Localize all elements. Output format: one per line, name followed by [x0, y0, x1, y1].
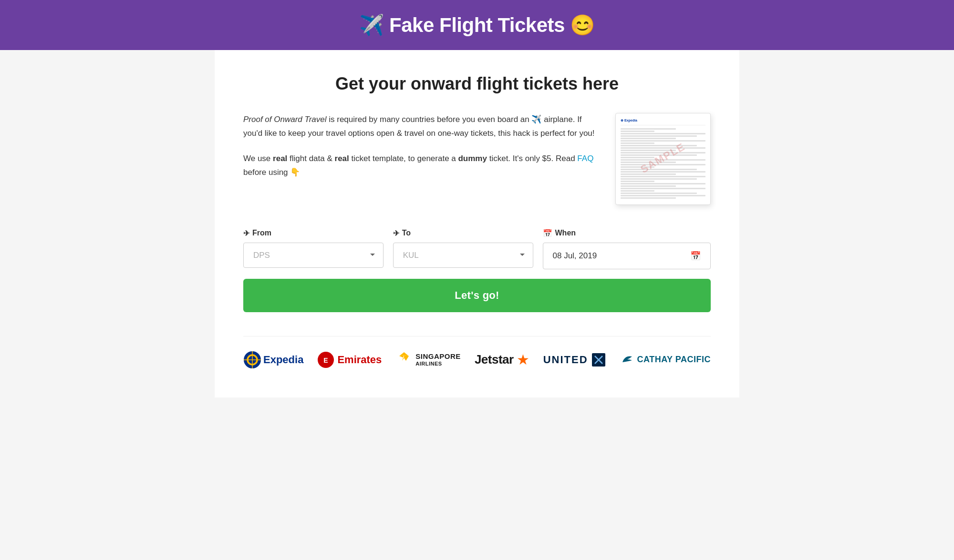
ticket-expedia-logo: ⊕ Expedia [621, 118, 637, 123]
cathay-pacific-logo: CATHAY PACIFIC [620, 353, 711, 367]
ticket-line [621, 197, 676, 199]
singapore-airlines-text: AIRLINES [415, 361, 461, 367]
ticket-line [621, 169, 697, 170]
when-field-group: 📅 When 📅 [543, 229, 711, 269]
ticket-line [621, 190, 654, 192]
description-text: Proof of Onward Travel is required by ma… [243, 113, 596, 205]
ticket-line [621, 150, 676, 151]
to-plane-icon: ✈ [393, 229, 399, 238]
proof-of-onward-travel: Proof of Onward Travel [243, 115, 326, 124]
svg-text:E: E [324, 356, 328, 364]
page-header: ✈️ Fake Flight Tickets 😊 [0, 0, 954, 50]
ticket-line [621, 162, 676, 163]
to-label-text: To [402, 229, 411, 237]
ticket-line [621, 185, 676, 187]
to-field-group: ✈ To KUL [393, 229, 533, 269]
united-icon [591, 352, 606, 367]
to-label: ✈ To [393, 229, 533, 238]
main-content: Get your onward flight tickets here Proo… [215, 50, 739, 397]
sample-ticket-inner: ⊕ Expedia [621, 118, 705, 199]
ticket-line [621, 166, 654, 168]
site-title: ✈️ Fake Flight Tickets 😊 [10, 13, 944, 37]
ticket-line [621, 145, 697, 146]
jetstar-logo: Jetstar ★ [475, 351, 529, 368]
from-select[interactable]: DPS [243, 243, 384, 268]
ticket-line [621, 140, 705, 142]
ticket-line [621, 143, 654, 144]
ticket-header: ⊕ Expedia [621, 118, 705, 125]
ticket-line [621, 147, 705, 149]
real-text-2: real [335, 154, 349, 163]
submit-button[interactable]: Let's go! [243, 279, 711, 312]
svg-marker-8 [399, 355, 404, 361]
smile-emoji: 😊 [570, 14, 595, 36]
ticket-line [621, 159, 705, 161]
ticket-line [621, 171, 705, 173]
faq-link[interactable]: FAQ [577, 154, 593, 163]
before-using-text: before using 👇 [243, 168, 300, 177]
ticket-line [621, 164, 705, 165]
emirates-icon: E [317, 351, 334, 368]
description-paragraph-1: Proof of Onward Travel is required by ma… [243, 113, 596, 141]
singapore-airlines-logo: SINGAPORE AIRLINES [395, 351, 461, 368]
singapore-bird-icon [395, 351, 413, 368]
when-label-text: When [555, 229, 576, 237]
ticket-line [621, 193, 697, 194]
from-label-text: From [252, 229, 271, 237]
ticket-lines [621, 128, 705, 199]
expedia-text: Expedia [263, 354, 303, 366]
ticket-line [621, 138, 676, 139]
ticket-line [621, 157, 654, 158]
ticket-line [621, 173, 676, 175]
ticket-line [621, 188, 705, 189]
calendar-label-icon: 📅 [543, 229, 552, 238]
ticket-line [621, 154, 697, 156]
sample-ticket: ⊕ Expedia [615, 113, 711, 205]
ticket-line [621, 133, 705, 134]
from-plane-icon: ✈ [243, 229, 249, 238]
site-title-text: Fake Flight Tickets [389, 14, 565, 36]
ticket-line [621, 152, 705, 153]
date-input[interactable] [553, 251, 691, 261]
when-label: 📅 When [543, 229, 711, 238]
expedia-globe-icon [243, 351, 261, 369]
dummy-text: dummy [458, 154, 487, 163]
singapore-text: SINGAPORE [415, 352, 461, 361]
to-select[interactable]: KUL [393, 243, 533, 268]
price-text: ticket. It's only $5. Read [487, 154, 577, 163]
ticket-line [621, 176, 705, 177]
united-logo: UNITED [543, 352, 606, 367]
real-text-1: real [273, 154, 287, 163]
ticket-line [621, 135, 697, 137]
calendar-icon: 📅 [690, 251, 701, 261]
airlines-section: Expedia E Emirates SINGAPORE AIRLINES [243, 336, 711, 369]
united-text: UNITED [543, 354, 588, 366]
booking-form-section: ✈ From DPS ✈ To KUL 📅 [243, 229, 711, 312]
ticket-line [621, 131, 654, 132]
from-label: ✈ From [243, 229, 384, 238]
content-section: Proof of Onward Travel is required by ma… [243, 113, 711, 205]
jetstar-star-icon: ★ [517, 351, 529, 368]
plane-emoji: ✈️ [359, 14, 384, 36]
date-input-wrapper: 📅 [543, 243, 711, 269]
form-row: ✈ From DPS ✈ To KUL 📅 [243, 229, 711, 269]
cathay-text: CATHAY PACIFIC [637, 355, 711, 365]
from-field-group: ✈ From DPS [243, 229, 384, 269]
description-paragraph-2: We use real flight data & real ticket te… [243, 152, 596, 180]
emirates-logo: E Emirates [317, 351, 382, 368]
svg-marker-7 [404, 355, 409, 361]
expedia-logo: Expedia [243, 351, 303, 369]
ticket-line [621, 195, 705, 196]
page-title: Get your onward flight tickets here [243, 74, 711, 94]
we-use-text: We use [243, 154, 273, 163]
ticket-line [621, 183, 705, 184]
flight-data-text: flight data & [287, 154, 334, 163]
ticket-line [621, 178, 697, 180]
ticket-line [621, 181, 654, 182]
emirates-text: Emirates [337, 354, 382, 366]
jetstar-text: Jetstar [475, 352, 514, 367]
cathay-icon [620, 353, 634, 367]
ticket-template-text: ticket template, to generate a [349, 154, 458, 163]
ticket-line [621, 128, 676, 130]
